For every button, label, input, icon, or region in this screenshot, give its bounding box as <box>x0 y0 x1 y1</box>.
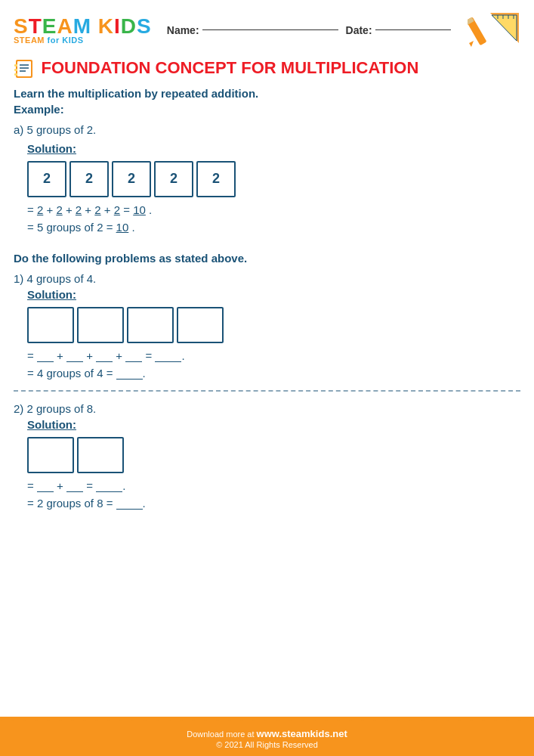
logo-text: STEAM KIDS <box>14 16 152 37</box>
notebook-icon <box>14 58 35 79</box>
problem2-solution-label: Solution: <box>27 418 520 431</box>
example-box-2: 2 <box>69 161 109 197</box>
problem1-box-1 <box>27 307 74 343</box>
example-box-1: 2 <box>27 161 66 197</box>
svg-rect-19 <box>14 73 17 76</box>
subtitle-line1: Learn the multiplication by repeated add… <box>0 87 534 100</box>
problem1-solution-label: Solution: <box>27 288 520 301</box>
do-problems-text: Do the following problems as stated abov… <box>14 252 520 265</box>
footer: Download more at www.steamkids.net © 202… <box>0 717 534 756</box>
footer-download-line: Download more at www.steamkids.net <box>187 727 347 740</box>
logo-subtitle: STEAM for KIDS <box>14 36 84 45</box>
problem2-boxes-row <box>27 437 520 473</box>
problem2-box-1 <box>27 437 74 473</box>
footer-wave <box>0 708 534 721</box>
example-solution-label: Solution: <box>27 142 520 155</box>
example-box-3: 2 <box>112 161 151 197</box>
name-field <box>202 29 338 30</box>
svg-rect-17 <box>14 64 17 67</box>
example-label: Example: <box>0 100 534 116</box>
svg-rect-18 <box>14 69 17 71</box>
ruler-icon <box>468 9 520 51</box>
title-section: FOUNDATION CONCEPT FOR MULTIPLICATION <box>0 55 534 81</box>
svg-marker-1 <box>469 41 474 47</box>
problem1-boxes-row <box>27 307 520 343</box>
problem1-groups-line: = 4 groups of 4 = . <box>27 367 520 380</box>
name-label: Name: <box>167 24 338 36</box>
problem2-box-2 <box>77 437 124 473</box>
logo: STEAM KIDS STEAM for KIDS <box>14 16 152 45</box>
date-field <box>375 29 451 30</box>
problem2-groups-line: = 2 groups of 8 = . <box>27 497 520 510</box>
problem1-box-2 <box>77 307 124 343</box>
date-label: Date: <box>346 24 451 36</box>
example-problem-text: a) 5 groups of 2. <box>14 123 520 136</box>
problem1-box-4 <box>177 307 224 343</box>
example-content: a) 5 groups of 2. Solution: 2 2 2 2 2 = … <box>0 116 534 243</box>
problem2-equation: = + = . <box>27 479 520 492</box>
footer-download-text: Download more at <box>187 730 256 739</box>
section-divider <box>14 390 520 392</box>
problem1-text: 1) 4 groups of 4. <box>14 272 520 285</box>
date-text: Date: <box>346 24 372 36</box>
problem2-text: 2) 2 groups of 8. <box>14 402 520 415</box>
example-box-5: 2 <box>196 161 236 197</box>
problem1-equation: = + + + = . <box>27 349 520 362</box>
name-text: Name: <box>167 24 199 36</box>
footer-url: www.steamkids.net <box>257 728 347 739</box>
do-problems-section: Do the following problems as stated abov… <box>0 243 534 519</box>
example-boxes-row: 2 2 2 2 2 <box>27 161 520 197</box>
header: STEAM KIDS STEAM for KIDS Name: Date: <box>0 0 534 55</box>
svg-rect-13 <box>17 61 31 76</box>
footer-copyright: © 2021 All Rights Reserved <box>216 740 318 749</box>
main-title: FOUNDATION CONCEPT FOR MULTIPLICATION <box>41 58 418 77</box>
name-date-area: Name: Date: <box>167 24 468 36</box>
problem1-box-3 <box>127 307 174 343</box>
example-equation: = 2 + 2 + 2 + 2 + 2 = 10 . <box>27 203 520 216</box>
example-groups-line: = 5 groups of 2 = 10 . <box>27 221 520 234</box>
example-box-4: 2 <box>154 161 193 197</box>
